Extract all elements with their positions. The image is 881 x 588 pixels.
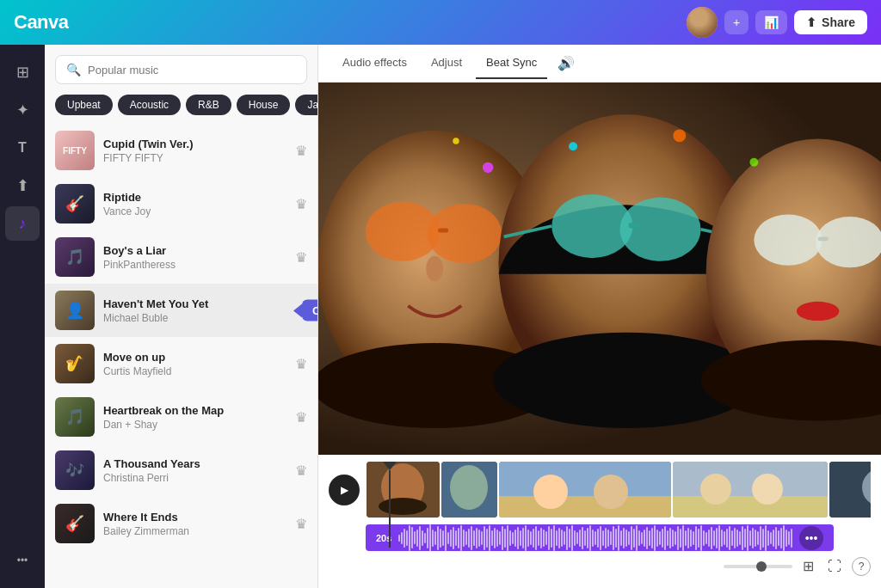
video-preview [318, 83, 881, 455]
video-svg [318, 83, 881, 455]
share-button[interactable]: ⬆ Share [794, 10, 867, 34]
grid-view-button[interactable]: ⊞ [799, 554, 817, 578]
track-title: Cupid (Twin Ver.) [103, 138, 286, 150]
sidebar-icons: ⊞ ✦ T ⬆ ♪ ••• [0, 45, 45, 588]
svg-point-33 [533, 475, 568, 509]
svg-point-23 [673, 129, 686, 142]
video-strip[interactable] [367, 462, 440, 518]
download-icon[interactable]: ♛ [295, 196, 307, 212]
sidebar-item-text[interactable]: T [5, 131, 40, 165]
tab-adjust[interactable]: Adjust [421, 47, 472, 79]
download-icon[interactable]: ♛ [295, 143, 307, 159]
playhead-line [389, 470, 391, 548]
track-thumb: 🎸 [55, 184, 95, 224]
track-item[interactable]: 🎶 A Thousand Years Christina Perri ♛ [45, 444, 317, 497]
tooltip-label: Charlie [302, 300, 317, 322]
video-strip[interactable] [673, 462, 828, 518]
genre-house[interactable]: House [237, 95, 291, 115]
download-icon[interactable]: ♛ [295, 516, 307, 532]
help-button[interactable]: ? [852, 557, 871, 576]
track-artist: Vance Joy [103, 205, 286, 217]
sidebar-item-upload[interactable]: ⬆ [5, 168, 40, 203]
tab-beat-sync[interactable]: Beat Sync [476, 47, 547, 79]
track-thumb: 🎵 [55, 237, 95, 277]
sidebar-item-grid[interactable]: ⊞ [5, 55, 40, 89]
svg-point-25 [453, 138, 459, 144]
sidebar-item-more[interactable]: ••• [5, 543, 40, 578]
svg-point-30 [450, 465, 488, 510]
playhead-triangle [383, 462, 397, 470]
track-item-active[interactable]: 👤 Haven't Met You Yet Michael Buble Char… [45, 284, 317, 337]
track-info: Move on up Curtis Mayfield [103, 351, 286, 377]
genre-tags: Upbeat Acoustic R&B House Jazz › [45, 95, 317, 124]
strip-svg [673, 462, 828, 518]
track-title: Move on up [103, 351, 286, 364]
navbar: Canva + 📊 ⬆ Share [0, 0, 881, 45]
audio-more-button[interactable]: ••• [799, 526, 823, 550]
track-artist: PinkPantheress [103, 259, 286, 271]
track-thumb: 🎷 [55, 344, 95, 383]
avatar[interactable] [687, 7, 718, 38]
download-icon[interactable]: ♛ [295, 409, 307, 426]
search-icon: 🔍 [66, 63, 81, 77]
download-icon[interactable]: ♛ [295, 462, 307, 479]
svg-rect-36 [673, 496, 828, 518]
track-thumb: FIFTY [55, 131, 95, 170]
sidebar-item-music[interactable]: ♪ [5, 206, 40, 241]
fullscreen-button[interactable]: ⛶ [824, 555, 845, 578]
download-icon[interactable]: ♛ [295, 356, 307, 372]
play-button[interactable]: ▶ [329, 475, 360, 505]
tooltip-arrow [293, 303, 302, 317]
track-artist: Curtis Mayfield [103, 365, 286, 377]
tooltip: Charlie [293, 300, 317, 322]
download-icon[interactable]: ♛ [295, 249, 307, 266]
track-item[interactable]: 🎵 Heartbreak on the Map Dan + Shay ♛ [45, 390, 317, 444]
video-strip[interactable] [499, 462, 671, 518]
track-item[interactable]: FIFTY Cupid (Twin Ver.) FIFTY FIFTY ♛ [45, 124, 317, 177]
video-simulation [318, 83, 881, 455]
video-strips [367, 462, 871, 518]
svg-point-17 [754, 214, 822, 265]
track-item[interactable]: 🎷 Move on up Curtis Mayfield ♛ [45, 337, 317, 390]
avatar-image [687, 7, 718, 38]
timeline-area: ▶ [318, 455, 881, 588]
tab-audio-effects[interactable]: Audio effects [332, 47, 417, 79]
video-strip[interactable] [441, 462, 497, 518]
track-thumb: 🎵 [55, 397, 95, 437]
analytics-button[interactable]: 📊 [755, 10, 787, 34]
genre-acoustic[interactable]: Acoustic [118, 95, 181, 115]
audio-waveform-bar[interactable]: 20s ••• [366, 524, 834, 551]
track-item[interactable]: 🎸 Riptide Vance Joy ♛ [45, 177, 317, 230]
genre-jazz[interactable]: Jazz [295, 95, 317, 115]
add-button[interactable]: + [724, 10, 749, 34]
video-strip[interactable] [829, 462, 871, 518]
svg-point-5 [428, 204, 502, 263]
track-artist: FIFTY FIFTY [103, 152, 286, 164]
svg-rect-6 [438, 228, 448, 232]
track-item[interactable]: 🎸 Where It Ends Bailey Zimmerman ♛ [45, 497, 317, 550]
track-title: Haven't Met You Yet [103, 297, 307, 310]
track-item[interactable]: 🎵 Boy's a Liar PinkPantheress ♛ [45, 230, 317, 284]
svg-point-28 [379, 498, 427, 515]
track-artist: Dan + Shay [103, 419, 286, 431]
strip-svg [441, 462, 497, 518]
navbar-right: + 📊 ⬆ Share [687, 7, 867, 38]
genre-rb[interactable]: R&B [186, 95, 231, 115]
track-info: Haven't Met You Yet Michael Buble [103, 297, 307, 324]
volume-icon[interactable]: 🔊 [558, 55, 575, 71]
analytics-icon: 📊 [764, 15, 779, 29]
svg-point-18 [816, 217, 881, 267]
sidebar-item-elements[interactable]: ✦ [5, 93, 40, 127]
track-info: Cupid (Twin Ver.) FIFTY FIFTY [103, 138, 286, 164]
search-bar: 🔍 [55, 55, 307, 84]
strip-svg [367, 462, 440, 518]
music-panel: 🔍 Upbeat Acoustic R&B House Jazz › FIFTY… [45, 45, 318, 588]
zoom-slider[interactable] [724, 565, 792, 568]
track-title: Where It Ends [103, 511, 286, 524]
strip-svg [499, 462, 671, 518]
search-input[interactable] [88, 64, 296, 77]
genre-upbeat[interactable]: Upbeat [55, 95, 113, 115]
svg-point-24 [749, 158, 758, 167]
strip-svg [829, 462, 871, 518]
playhead [389, 462, 391, 548]
